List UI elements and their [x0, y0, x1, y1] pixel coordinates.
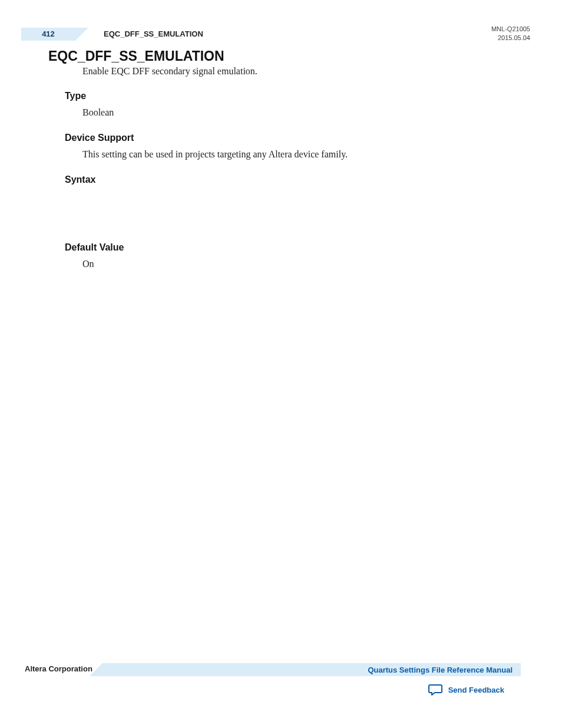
section-default-value: Default Value On [65, 242, 515, 269]
document-date: 2015.05.04 [491, 34, 530, 42]
section-heading-default-value: Default Value [65, 242, 515, 253]
send-feedback-label: Send Feedback [448, 686, 504, 694]
running-header-title: EQC_DFF_SS_EMULATION [104, 29, 203, 38]
section-device-support: Device Support This setting can be used … [65, 133, 515, 160]
page-number-badge: 412 [21, 28, 75, 41]
section-syntax: Syntax [65, 174, 515, 191]
document-id-block: MNL-Q21005 2015.05.04 [491, 25, 530, 43]
intro-paragraph: Enable EQC DFF secondary signal emulatio… [82, 66, 257, 77]
send-feedback-link[interactable]: Send Feedback [428, 684, 504, 696]
section-body-type: Boolean [82, 107, 515, 118]
page-footer: Altera Corporation Quartus Settings File… [25, 663, 521, 676]
section-body-default-value: On [82, 259, 515, 269]
section-heading-type: Type [65, 91, 515, 101]
page-header: 412 EQC_DFF_SS_EMULATION MNL-Q21005 2015… [21, 25, 530, 44]
section-heading-device-support: Device Support [65, 133, 515, 143]
document-id: MNL-Q21005 [491, 25, 530, 34]
section-type: Type Boolean [65, 91, 515, 118]
section-body-device-support: This setting can be used in projects tar… [82, 149, 515, 160]
section-heading-syntax: Syntax [65, 174, 515, 185]
footer-ribbon: Quartus Settings File Reference Manual [103, 663, 521, 676]
manual-link[interactable]: Quartus Settings File Reference Manual [368, 666, 513, 674]
page-title: EQC_DFF_SS_EMULATION [48, 48, 224, 64]
footer-company: Altera Corporation [25, 664, 92, 673]
speech-bubble-icon [428, 684, 442, 696]
